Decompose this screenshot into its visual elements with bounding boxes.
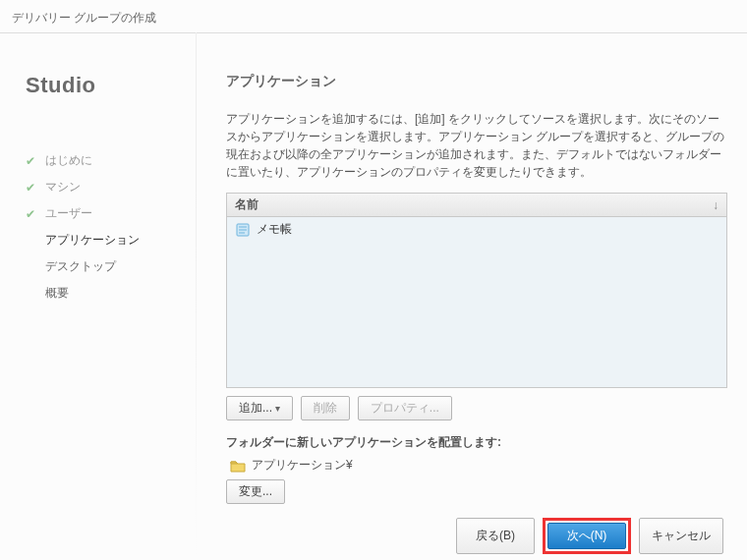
- folder-label: フォルダーに新しいアプリケーションを配置します:: [226, 434, 727, 451]
- nav-step-summary[interactable]: 概要: [26, 280, 177, 307]
- nav-step-users[interactable]: ✔ ユーザー: [26, 200, 177, 227]
- nav-label: ユーザー: [45, 205, 92, 222]
- folder-icon: [230, 459, 246, 473]
- nav-label: アプリケーション: [45, 232, 140, 249]
- table-buttons: 追加... 削除 プロパティ...: [226, 396, 727, 420]
- window-title: デリバリー グループの作成: [0, 0, 747, 32]
- nav-label: デスクトップ: [45, 258, 116, 275]
- app-name: メモ帳: [257, 221, 292, 238]
- main-layout: Studio ✔ はじめに ✔ マシン ✔ ユーザー アプリケーション デスクト…: [0, 33, 747, 560]
- nav-step-applications[interactable]: アプリケーション: [26, 227, 177, 253]
- table-header[interactable]: 名前 ↓: [227, 194, 726, 217]
- next-button-highlight: 次へ(N): [543, 518, 631, 554]
- wizard-footer: 戻る(B) 次へ(N) キャンセル: [226, 504, 727, 554]
- table-body: メモ帳: [227, 217, 726, 387]
- check-icon: ✔: [26, 207, 39, 221]
- remove-button: 削除: [301, 396, 350, 420]
- nav-label: はじめに: [45, 152, 92, 169]
- nav-label: マシン: [45, 179, 81, 196]
- sidebar-separator: [196, 32, 197, 560]
- nav-step-machines[interactable]: ✔ マシン: [26, 174, 177, 200]
- page-description: アプリケーションを追加するには、[追加] をクリックしてソースを選択します。次に…: [226, 110, 727, 181]
- add-button[interactable]: 追加...: [226, 396, 293, 420]
- content-panel: アプリケーション アプリケーションを追加するには、[追加] をクリックしてソース…: [197, 33, 747, 560]
- check-icon: ✔: [26, 154, 39, 168]
- nav-step-intro[interactable]: ✔ はじめに: [26, 147, 177, 174]
- back-button[interactable]: 戻る(B): [456, 518, 535, 554]
- sidebar-title: Studio: [26, 73, 177, 98]
- nav-label: 概要: [45, 285, 69, 302]
- nav-step-desktops[interactable]: デスクトップ: [26, 253, 177, 280]
- sidebar: Studio ✔ はじめに ✔ マシン ✔ ユーザー アプリケーション デスクト…: [0, 33, 197, 560]
- check-icon: ✔: [26, 181, 39, 195]
- sort-down-icon[interactable]: ↓: [713, 198, 718, 212]
- properties-button: プロパティ...: [358, 396, 452, 420]
- notepad-icon: [235, 222, 251, 238]
- applications-table: 名前 ↓ メモ帳: [226, 193, 727, 388]
- change-folder-button[interactable]: 変更...: [226, 479, 285, 504]
- folder-section: フォルダーに新しいアプリケーションを配置します: アプリケーション¥ 変更...: [226, 434, 727, 504]
- column-name: 名前: [235, 196, 713, 213]
- folder-path: アプリケーション¥: [226, 457, 727, 474]
- table-row[interactable]: メモ帳: [227, 217, 726, 242]
- page-title: アプリケーション: [226, 73, 727, 90]
- next-button[interactable]: 次へ(N): [547, 523, 626, 549]
- folder-path-text: アプリケーション¥: [252, 457, 353, 474]
- cancel-button[interactable]: キャンセル: [639, 518, 723, 554]
